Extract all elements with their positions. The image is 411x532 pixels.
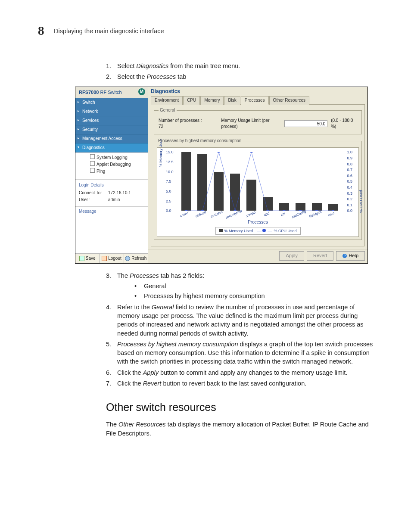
y-tick: 7.5 — [166, 179, 171, 184]
help-button[interactable]: ?Help — [336, 251, 365, 260]
logout-button[interactable]: Logout — [100, 254, 124, 263]
tab-cpu[interactable]: CPU — [183, 96, 200, 105]
general-panel: General Number of processes : 72 Memory … — [154, 107, 362, 134]
help-label: Help — [349, 252, 358, 259]
legend-swatch-bar-icon — [219, 229, 222, 232]
tree-item-applet-debugging[interactable]: Applet Debugging — [84, 161, 145, 168]
refresh-button[interactable]: Refresh — [124, 254, 148, 263]
tree-item-ping[interactable]: Ping — [84, 168, 145, 175]
sidebar-item-security[interactable]: Security — [75, 125, 148, 134]
y2-axis-label: % CPU Used — [358, 190, 364, 213]
sidebar-item-network[interactable]: Network — [75, 107, 148, 116]
connect-value: 172.16.10.1 — [108, 190, 131, 196]
step-item: 3.The Processes tab has 2 fields:General… — [106, 271, 373, 301]
y2-tick: 0.3 — [347, 190, 352, 196]
tree-item-system-logging[interactable]: System Logging — [84, 154, 145, 161]
tab-disk[interactable]: Disk — [224, 96, 240, 105]
sidebar-subtree: System LoggingApplet DebuggingPing — [75, 152, 148, 180]
apply-button[interactable]: Apply — [279, 251, 304, 260]
help-icon: ? — [342, 254, 347, 258]
mem-limit-range: (0.0 - 100.0 %) — [331, 118, 357, 130]
x-axis-label: Processes — [157, 219, 358, 225]
refresh-label: Refresh — [131, 255, 146, 261]
main-footer: Apply Revert ?Help — [148, 249, 367, 263]
save-icon — [79, 256, 84, 261]
y2-tick: 0.0 — [347, 208, 352, 214]
tab-memory[interactable]: Memory — [200, 96, 224, 105]
y2-tick: 0.6 — [347, 173, 352, 178]
legend-entry-1: % CPU Used — [274, 229, 297, 233]
chart-legend: % Memory Used % CPU Used — [215, 227, 300, 235]
logout-icon — [102, 256, 107, 261]
section-paragraph: The Other Resources tab displays the mem… — [106, 420, 373, 438]
y-tick: 12.5 — [166, 159, 174, 165]
refresh-icon — [125, 256, 130, 261]
y-axis-label: % Memory Used — [158, 139, 164, 168]
y-tick: 0.0 — [166, 208, 171, 214]
step-item: 7.Click the Revert button to revert back… — [106, 379, 373, 388]
user-label: User : — [79, 197, 108, 203]
chart-panel: Processes by highest memory consumption … — [154, 138, 362, 240]
chart-legend-title: Processes by highest memory consumption — [157, 138, 243, 144]
logout-label: Logout — [108, 255, 121, 261]
screenshot: RFS7000 RF Switch M SwitchNetworkService… — [75, 87, 368, 264]
sidebar-footer: Save Logout Refresh — [75, 253, 148, 263]
mem-limit-input[interactable] — [284, 120, 327, 127]
step-item: 6.Click the Apply button to commit and a… — [106, 368, 373, 377]
y2-tick: 0.5 — [347, 179, 352, 184]
save-button[interactable]: Save — [75, 254, 100, 263]
message-legend: Message — [79, 208, 144, 215]
product-name-bold: RFS7000 — [79, 90, 99, 95]
y2-tick: 1.0 — [347, 149, 352, 155]
sidebar-title: RFS7000 RF Switch M — [75, 87, 148, 98]
step-item: 5.Processes by highest memory consumptio… — [106, 340, 373, 366]
bullet-item: General — [134, 282, 373, 290]
svg-rect-4 — [250, 152, 253, 152]
y2-tick: 0.8 — [347, 161, 352, 167]
tab-other-resources[interactable]: Other Resources — [269, 96, 310, 105]
y-tick: 2.5 — [166, 198, 171, 204]
bullet-item: Processes by highest memory consumption — [134, 292, 373, 300]
step-item: 1.Select Diagnostics from the main tree … — [106, 62, 373, 70]
num-processes-label: Number of processes : 72 — [159, 118, 204, 130]
sidebar-item-management-access[interactable]: Management Access — [75, 134, 148, 143]
y2-tick: 0.9 — [347, 156, 352, 161]
tab-environment[interactable]: Environment — [151, 96, 183, 105]
y2-tick: 0.1 — [347, 202, 352, 208]
login-details: Login Details Connect To:172.16.10.1 Use… — [75, 180, 148, 206]
sidebar-item-diagnostics[interactable]: Diagnostics — [75, 143, 148, 152]
main-panel: Diagnostics EnvironmentCPUMemoryDiskProc… — [148, 87, 367, 263]
svg-rect-2 — [218, 152, 220, 152]
step-item: 4.Refer to the General field to review t… — [106, 303, 373, 338]
brand-logo-icon: M — [138, 88, 145, 95]
y-tick: 10.0 — [166, 169, 174, 174]
page-title: Displaying the main diagnostic interface — [54, 28, 164, 34]
legend-swatch-line-icon — [262, 229, 266, 232]
login-legend: Login Details — [79, 182, 144, 188]
section-heading: Other switch resources — [106, 400, 373, 415]
general-legend: General — [159, 107, 177, 113]
revert-button[interactable]: Revert — [307, 251, 333, 260]
chart: % Memory Used % CPU Used 0.02.55.07.510.… — [157, 147, 359, 237]
user-value: admin — [108, 197, 120, 203]
save-label: Save — [86, 255, 96, 261]
sidebar-item-switch[interactable]: Switch — [75, 98, 148, 107]
y-tick: 5.0 — [166, 189, 171, 194]
y2-tick: 0.4 — [347, 185, 352, 190]
y2-tick: 0.7 — [347, 167, 352, 173]
y2-tick: 0.2 — [347, 196, 352, 202]
legend-entry-0: % Memory Used — [224, 229, 253, 233]
y-tick: 15.0 — [166, 149, 174, 155]
steps-top: 1.Select Diagnostics from the main tree … — [106, 62, 373, 81]
connect-label: Connect To: — [79, 190, 108, 196]
sidebar: RFS7000 RF Switch M SwitchNetworkService… — [75, 87, 148, 263]
tab-bar: EnvironmentCPUMemoryDiskProcessesOther R… — [148, 96, 367, 104]
main-title: Diagnostics — [148, 87, 367, 96]
step-item: 2.Select the Processes tab — [106, 72, 373, 81]
message-panel: Message — [75, 206, 148, 253]
chapter-number: 8 — [38, 24, 44, 38]
tab-processes[interactable]: Processes — [241, 96, 269, 105]
product-name-rest: RF Switch — [99, 90, 121, 95]
mem-limit-label: Memory Usage Limit (per process) — [221, 118, 282, 130]
sidebar-item-services[interactable]: Services — [75, 116, 148, 125]
